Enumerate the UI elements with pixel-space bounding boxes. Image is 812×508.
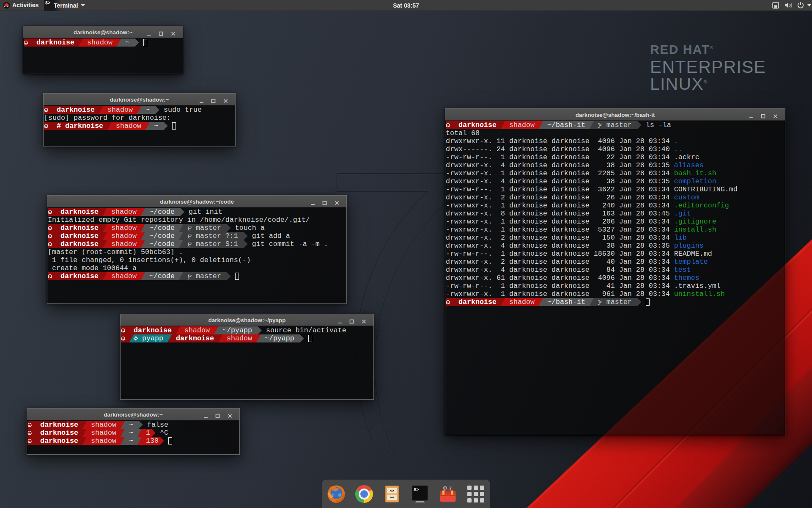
svg-text:$>: $> xyxy=(45,1,50,6)
svg-text:$>: $> xyxy=(414,487,420,492)
